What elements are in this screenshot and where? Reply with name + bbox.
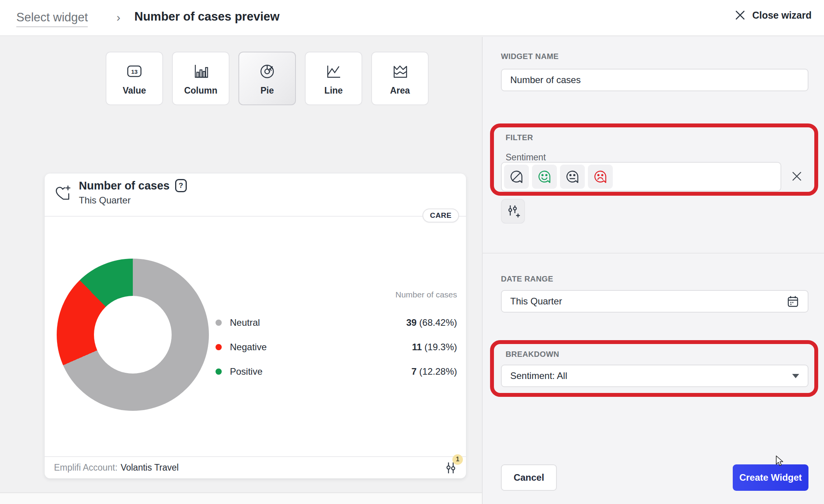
care-plus-icon [53,184,73,204]
chevron-down-icon [792,374,799,378]
legend-row: Negative11 (19.3%) [216,335,457,359]
breakdown-dropdown[interactable]: Sentiment: All [501,365,808,387]
widget-name-input[interactable]: Number of cases [501,69,808,91]
sentiment-field-label: Sentiment [506,152,546,163]
filter-label: FILTER [506,133,533,142]
legend-row: Positive7 (12.28%) [216,359,457,384]
close-icon [734,9,746,21]
legend-value: 11 (19.3%) [412,342,457,353]
legend-row: Neutral39 (68.42%) [216,310,457,335]
negative-sentiment-icon [592,168,609,185]
widget-type-label: Column [184,85,217,96]
svg-text:13: 13 [131,68,138,75]
sentiment-neutral-button[interactable] [560,165,585,189]
legend-value: 39 (68.42%) [406,317,457,328]
card-filter-button[interactable]: 1 [445,461,457,474]
widget-type-label: Area [390,85,410,96]
chart-legend: Number of cases Neutral39 (68.42%)Negati… [216,290,457,384]
account-value: Volantis Travel [121,462,179,473]
widget-settings-panel: WIDGET NAME Number of cases FILTER Senti… [482,37,824,504]
neutral-sentiment-icon [564,168,581,185]
date-range-input[interactable]: This Quarter [501,290,808,313]
breadcrumb-separator: › [116,11,120,24]
wizard-header: Select widget › Number of cases preview … [0,0,824,36]
legend-value: 7 (12.28%) [412,366,457,377]
legend-label: Neutral [230,317,260,328]
widget-type-value[interactable]: 13 Value [106,52,163,105]
panel-divider [483,253,824,254]
help-icon[interactable]: ? [175,179,187,192]
positive-sentiment-icon [536,168,553,185]
legend-marker-icon [216,344,222,350]
widget-type-label: Line [324,85,342,96]
date-range-label: DATE RANGE [501,275,553,283]
legend-marker-icon [216,320,222,326]
create-widget-button[interactable]: Create Widget [733,464,808,491]
widget-type-label: Value [123,85,146,96]
widget-type-label: Pie [261,85,274,96]
filter-count-badge: 1 [452,454,463,465]
close-wizard-button[interactable]: Close wizard [734,9,812,21]
widget-type-selector: 13 Value Column Pie Line Area [106,52,429,105]
widget-type-line[interactable]: Line [305,52,362,105]
widget-type-column[interactable]: Column [172,52,229,105]
add-filter-button[interactable] [501,199,525,224]
add-filter-sliders-icon [506,204,520,219]
date-range-value: This Quarter [510,296,562,307]
calendar-icon[interactable] [787,295,799,308]
legend-marker-icon [216,368,222,375]
breadcrumb-back-link[interactable]: Select widget [16,10,88,27]
widget-name-label: WIDGET NAME [501,52,559,61]
line-chart-icon [324,61,343,81]
card-title: Number of cases [79,179,170,192]
donut-chart [57,259,209,411]
sentiment-positive-button[interactable] [532,165,557,189]
page-title: Number of cases preview [134,10,280,24]
account-label: Emplifi Account: [54,462,118,473]
widget-type-pie[interactable]: Pie [238,52,296,105]
filter-clear-button[interactable] [791,170,803,182]
donut-hole [94,296,172,374]
no-sentiment-icon [508,168,525,185]
sentiment-unknown-button[interactable] [504,165,529,189]
cancel-button[interactable]: Cancel [501,464,557,491]
widget-preview-card: Number of cases ? This Quarter CARE Numb… [45,174,466,478]
card-footer: Emplifi Account: Volantis Travel 1 [45,456,466,478]
breakdown-label: BREAKDOWN [506,350,559,359]
value-number-icon: 13 [125,61,144,81]
column-chart-icon [191,61,210,81]
legend-column-header: Number of cases [216,290,457,301]
pie-chart-icon [258,61,276,81]
card-header-divider [45,216,466,217]
widget-type-area[interactable]: Area [371,52,429,105]
preview-area: 13 Value Column Pie Line Area [0,37,482,504]
breakdown-value: Sentiment: All [510,370,567,381]
card-subtitle: This Quarter [79,195,130,206]
legend-label: Negative [230,342,267,353]
close-wizard-label: Close wizard [752,10,812,21]
care-badge: CARE [422,209,459,222]
area-chart-icon [391,61,409,81]
sentiment-negative-button[interactable] [588,165,613,189]
legend-label: Positive [230,366,262,377]
x-clear-icon [791,170,803,182]
widget-name-value: Number of cases [510,75,581,85]
left-bottom-strip [0,493,482,504]
sentiment-filter-field[interactable] [501,162,781,191]
